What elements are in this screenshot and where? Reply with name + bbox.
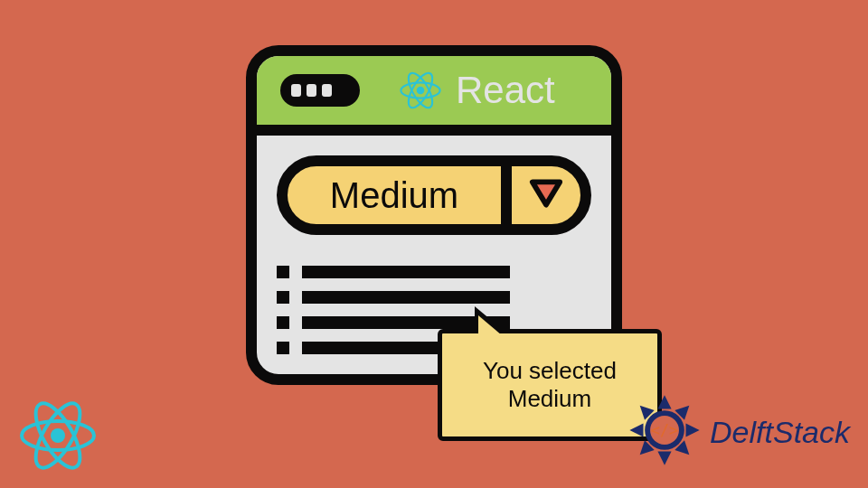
list-item bbox=[277, 266, 591, 278]
list-item bbox=[277, 316, 591, 329]
window-body: Medium bbox=[257, 136, 611, 354]
bullet-icon bbox=[277, 266, 289, 278]
window-dot bbox=[322, 84, 332, 97]
line-placeholder bbox=[302, 266, 510, 278]
window-header: React bbox=[257, 56, 611, 136]
brand-logo-group: </> DelftStack bbox=[627, 392, 850, 472]
bullet-icon bbox=[277, 291, 289, 304]
line-placeholder bbox=[302, 291, 510, 304]
select-value: Medium bbox=[288, 166, 501, 224]
window-controls bbox=[280, 74, 360, 107]
chevron-down-icon bbox=[527, 174, 565, 216]
svg-point-0 bbox=[417, 87, 425, 95]
svg-point-5 bbox=[51, 428, 65, 443]
bullet-icon bbox=[277, 342, 289, 354]
select-dropdown[interactable]: Medium bbox=[277, 155, 591, 235]
delftstack-logo-icon: </> bbox=[627, 392, 703, 472]
svg-marker-4 bbox=[533, 182, 560, 204]
header-title: React bbox=[456, 69, 555, 112]
window-dot bbox=[291, 84, 301, 97]
react-atom-icon bbox=[13, 390, 103, 481]
tooltip-text: You selected Medium bbox=[457, 357, 643, 413]
window-dot bbox=[307, 84, 316, 97]
header-title-group: React bbox=[396, 66, 555, 115]
list-item bbox=[277, 291, 591, 304]
select-arrow-button[interactable] bbox=[501, 166, 580, 224]
brand-name: DelftStack bbox=[710, 415, 850, 450]
bullet-icon bbox=[277, 316, 289, 329]
react-atom-icon bbox=[396, 66, 445, 115]
svg-text:</>: </> bbox=[651, 421, 678, 439]
